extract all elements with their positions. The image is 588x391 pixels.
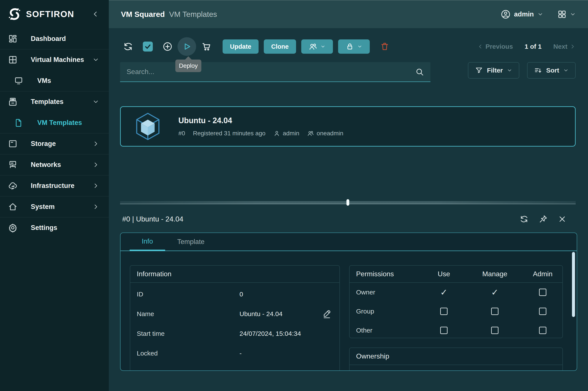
topbar: VM Squared VM Templates admin (109, 0, 588, 28)
delete-icon[interactable] (380, 42, 390, 52)
app-title: VM Squared (121, 10, 165, 19)
ownership-section: Ownership Owner admin (349, 347, 563, 371)
vm-template-cube-icon (135, 112, 160, 140)
ownership-row-owner: Owner admin (350, 368, 563, 371)
template-owner-name: admin (283, 130, 299, 137)
info-value: 0 (240, 291, 322, 298)
refresh-icon[interactable] (123, 41, 133, 52)
detail-panel: Info Template Information ID 0 Name Ubun… (120, 232, 577, 371)
chevron-right-icon (92, 182, 99, 189)
edit-icon[interactable] (322, 309, 332, 319)
sidebar-item-system[interactable]: System (0, 196, 109, 217)
template-group-name: oneadmin (317, 130, 343, 137)
file-icon (14, 118, 23, 127)
template-card[interactable]: Ubuntu - 24.04 #0 Registered 31 minutes … (120, 106, 576, 147)
refresh-icon[interactable] (520, 214, 529, 224)
update-button[interactable]: Update (223, 39, 259, 54)
info-row-start-time: Start time 24/07/2024, 15:04:34 (130, 325, 339, 342)
permissions-row-label: Owner (356, 289, 421, 296)
previous-button[interactable]: Previous (477, 43, 513, 50)
search-bar (120, 62, 431, 82)
select-all-checkbox[interactable] (143, 42, 153, 52)
cart-icon[interactable] (201, 41, 212, 52)
toolbar: Update Clone (123, 37, 390, 56)
add-template-icon[interactable] (162, 41, 173, 52)
next-button[interactable]: Next (553, 43, 576, 50)
user-name: admin (514, 10, 534, 18)
chevron-down-icon (563, 68, 569, 73)
play-icon (182, 42, 192, 52)
sidebar-item-label: VMs (37, 77, 99, 85)
tab-template[interactable]: Template (165, 233, 217, 251)
update-button-label: Update (230, 43, 251, 50)
detail-panel-header: #0 | Ubuntu - 24.04 (120, 211, 577, 227)
panel-resize-handle[interactable] (120, 201, 576, 204)
permissions-row-label: Other (356, 327, 421, 334)
sort-button[interactable]: Sort (527, 62, 576, 79)
clone-button[interactable]: Clone (264, 39, 296, 54)
ownership-dropdown-button[interactable] (301, 39, 333, 54)
topbar-right: admin (501, 9, 576, 19)
search-icon[interactable] (415, 68, 424, 76)
checkbox-unchecked[interactable] (440, 308, 447, 315)
checkmark-icon[interactable]: ✓ (491, 288, 498, 296)
permissions-row-label: Group (356, 308, 421, 315)
template-meta: #0 Registered 31 minutes ago admin onead… (178, 130, 343, 137)
deploy-button[interactable] (177, 37, 196, 56)
checkbox-unchecked[interactable] (440, 327, 447, 334)
search-input[interactable] (127, 68, 415, 76)
grid-icon (557, 9, 567, 19)
resize-handle-dot (347, 199, 349, 206)
sidebar-item-label: Storage (31, 140, 92, 148)
previous-label: Previous (485, 43, 513, 50)
sidebar-item-storage[interactable]: Storage (0, 133, 109, 154)
virtual-machines-icon (8, 55, 18, 65)
sidebar-item-settings[interactable]: Settings (0, 217, 109, 238)
sidebar-item-dashboard[interactable]: Dashboard (0, 28, 109, 49)
sidebar-item-infrastructure[interactable]: Infrastructure (0, 175, 109, 196)
list-controls: Filter Sort (468, 62, 576, 79)
panel-scrollbar[interactable] (572, 252, 575, 317)
checkmark-icon[interactable]: ✓ (440, 288, 447, 296)
sidebar-item-vms[interactable]: VMs (0, 70, 109, 91)
lock-icon (345, 42, 354, 51)
sidebar-item-vm-templates[interactable]: VM Templates (0, 112, 109, 133)
detail-body: Information ID 0 Name Ubuntu - 24.04 Sta… (121, 252, 577, 371)
sidebar-item-networks[interactable]: Networks (0, 154, 109, 175)
filter-button[interactable]: Filter (468, 62, 519, 79)
home-icon (8, 202, 18, 212)
chevron-down-icon (507, 68, 512, 73)
template-registered: Registered 31 minutes ago (193, 130, 266, 137)
sidebar-collapse-icon[interactable] (91, 10, 99, 18)
sort-icon (534, 66, 542, 75)
pin-icon[interactable] (539, 214, 548, 224)
close-icon[interactable] (558, 214, 567, 224)
sidebar-item-virtual-machines[interactable]: Virtual Machines (0, 49, 109, 70)
sidebar-item-label: Networks (31, 161, 92, 169)
chevron-down-icon (320, 44, 325, 49)
tab-info[interactable]: Info (130, 233, 165, 251)
cloud-sync-icon (8, 181, 18, 191)
gear-icon (8, 223, 18, 233)
checkbox-unchecked[interactable] (491, 327, 498, 334)
brand-name: SOFTIRON (26, 9, 91, 19)
chevron-right-icon (92, 203, 99, 210)
apps-menu[interactable] (557, 9, 576, 19)
checkbox-unchecked[interactable] (491, 308, 498, 315)
chevron-down-icon (570, 11, 576, 17)
permissions-row-owner: Owner ✓ ✓ (350, 283, 563, 302)
person-icon (273, 130, 280, 137)
info-value: Ubuntu - 24.04 (240, 310, 322, 318)
checkbox-unchecked[interactable] (539, 327, 546, 334)
user-menu[interactable]: admin (501, 9, 543, 19)
permissions-row-other: Other (350, 321, 563, 340)
checkbox-unchecked[interactable] (539, 289, 546, 296)
checkbox-unchecked[interactable] (539, 308, 546, 315)
lock-dropdown-button[interactable] (338, 39, 370, 54)
sidebar-item-label: Virtual Machines (31, 56, 92, 64)
sidebar-item-label: Settings (31, 224, 99, 232)
people-icon (309, 42, 317, 51)
sidebar-item-templates[interactable]: Templates (0, 91, 109, 112)
info-row-locked: Locked - (130, 345, 339, 362)
permissions-col-manage: Manage (467, 270, 523, 278)
